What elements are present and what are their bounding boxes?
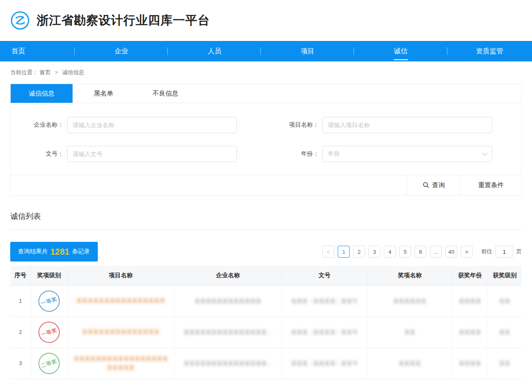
doc-number: 某某某〔某某某某〕某某号	[291, 360, 358, 366]
col-header-award-level: 奖项级别	[31, 266, 67, 285]
award-stamp: 一等奖	[35, 287, 62, 314]
col-header-award-year: 获奖年份	[453, 266, 488, 285]
company-name: 某某某某某某某某某某某某	[195, 298, 261, 304]
tab-bar: 诚信信息 黑名单 不良信息	[11, 84, 521, 103]
pagination-page-4[interactable]: 4	[384, 246, 396, 258]
project-name-link[interactable]: 某某某某某某某某某某某某某某某某	[76, 296, 165, 305]
reset-button[interactable]: 重置条件	[460, 175, 521, 195]
award-name: 某某某某	[399, 360, 421, 366]
year-label: 年份：	[266, 150, 322, 158]
filter-actions: 查询 重置条件	[11, 175, 521, 195]
list-section-header: 诚信列表	[10, 196, 522, 229]
site-title: 浙江省勘察设计行业四库一平台	[37, 12, 210, 29]
doc-number-input[interactable]	[67, 146, 237, 162]
nav-item-qualification[interactable]: 资质监管	[447, 41, 532, 61]
nav-item-integrity[interactable]: 诚信	[354, 41, 447, 61]
pagination-next-button[interactable]: >	[461, 246, 473, 258]
doc-number-label: 文号：	[11, 150, 67, 158]
pagination-page-2[interactable]: 2	[353, 246, 365, 258]
award-grade: 某某	[499, 298, 510, 304]
page-header: 浙江省勘察设计行业四库一平台	[0, 0, 532, 41]
filter-panel: 诚信信息 黑名单 不良信息 企业名称： 项目名称： 文号： 年份：	[10, 84, 522, 196]
project-name-link[interactable]: 某某某某某某某某某某某某某某	[82, 328, 160, 337]
breadcrumb-current: 诚信信息	[62, 69, 84, 75]
doc-number: 某某某〔某某某某〕某某号	[291, 298, 358, 304]
tab-blacklist[interactable]: 黑名单	[73, 84, 134, 103]
pagination-prev-button[interactable]: <	[322, 246, 334, 258]
award-grade: 某某	[499, 360, 510, 366]
nav-item-personnel[interactable]: 人员	[168, 41, 261, 61]
query-button[interactable]: 查询	[407, 175, 460, 195]
row-index: 1	[19, 298, 22, 304]
enterprise-name-input[interactable]	[67, 117, 237, 133]
row-index: 2	[19, 329, 22, 335]
table-row: 1 一等奖 某某某某某某某某某某某某某某某某 某某某某某某某某某某某某 某某某〔…	[10, 285, 522, 317]
goto-page-input[interactable]	[495, 246, 513, 258]
award-year: 某某某某	[459, 298, 481, 304]
tab-bad-info[interactable]: 不良信息	[134, 84, 196, 103]
award-year: 某某某某	[459, 329, 481, 335]
main-nav: 首页 企业 人员 项目 诚信 资质监管	[0, 41, 532, 61]
project-name-input[interactable]	[322, 117, 492, 133]
col-header-project-name: 项目名称	[67, 266, 174, 285]
col-header-doc-number: 文号	[282, 266, 367, 285]
credit-table: 序号 奖项级别 项目名称 企业名称 文号 奖项名称 获奖年份 获奖级别 1 一等…	[10, 266, 522, 379]
breadcrumb-home-link[interactable]: 首页	[40, 69, 51, 75]
pagination: < 1 2 3 4 5 6 ... 40 > 前往 页	[322, 246, 522, 258]
breadcrumb: 当前位置： 首页 > 诚信信息	[0, 61, 532, 82]
company-name: 某某某某某某某某某某某某某某某…	[184, 360, 272, 366]
col-header-index: 序号	[10, 266, 31, 285]
award-name: 某某某某某某	[393, 298, 427, 304]
pagination-page-3[interactable]: 3	[368, 246, 380, 258]
goto-label: 前往	[481, 248, 492, 256]
pagination-ellipsis[interactable]: ...	[430, 246, 442, 258]
page-unit-label: 页	[516, 248, 522, 256]
pagination-page-5[interactable]: 5	[399, 246, 411, 258]
nav-item-enterprise[interactable]: 企业	[75, 41, 168, 61]
list-title: 诚信列表	[10, 212, 41, 221]
col-header-company-name: 企业名称	[174, 266, 282, 285]
result-count: 1281	[50, 247, 70, 257]
doc-number: 某某某〔某某某某〕某某号	[291, 329, 358, 335]
enterprise-name-label: 企业名称：	[11, 121, 67, 129]
pagination-goto: 前往 页	[481, 246, 522, 258]
list-toolbar: 查询结果共 1281 条记录 < 1 2 3 4 5 6 ... 40 > 前往…	[10, 242, 522, 261]
col-header-award-name: 奖项名称	[367, 266, 453, 285]
table-row: 2 一等奖 某某某某某某某某某某某某某某 某某某某某某某某某某某某某某某… 某某…	[10, 317, 522, 348]
breadcrumb-prefix: 当前位置：	[10, 69, 38, 75]
project-name-label: 项目名称：	[266, 121, 322, 129]
award-year: 某某某某	[459, 360, 481, 366]
breadcrumb-separator: >	[55, 69, 58, 75]
nav-item-project[interactable]: 项目	[261, 41, 354, 61]
award-stamp: 二等奖	[35, 350, 62, 377]
chevron-down-icon	[482, 150, 488, 156]
tab-credit-info[interactable]: 诚信信息	[11, 84, 73, 103]
award-name: 某某	[404, 329, 415, 335]
nav-item-home[interactable]: 首页	[0, 41, 75, 61]
pagination-page-1[interactable]: 1	[338, 246, 350, 258]
award-grade: 某某	[499, 329, 510, 335]
search-form: 企业名称： 项目名称： 文号： 年份： 年份	[11, 103, 521, 175]
row-index: 3	[19, 360, 22, 366]
site-logo-icon	[10, 11, 30, 30]
result-count-badge: 查询结果共 1281 条记录	[10, 242, 98, 261]
pagination-page-6[interactable]: 6	[415, 246, 427, 258]
company-name: 某某某某某某某某某某某某某某某…	[184, 329, 272, 335]
pagination-page-40[interactable]: 40	[445, 246, 457, 258]
award-stamp: 一等奖	[35, 319, 62, 346]
project-name-link[interactable]: 某某某某某某某某某某某某某某某某某某某某某某	[72, 354, 170, 372]
year-select[interactable]: 年份	[322, 146, 492, 162]
table-header-row: 序号 奖项级别 项目名称 企业名称 文号 奖项名称 获奖年份 获奖级别	[10, 266, 522, 285]
table-row: 3 二等奖 某某某某某某某某某某某某某某某某某某某某某某 某某某某某某某某某某某…	[10, 348, 522, 379]
col-header-award-grade: 获奖级别	[488, 266, 522, 285]
search-icon	[423, 182, 429, 189]
